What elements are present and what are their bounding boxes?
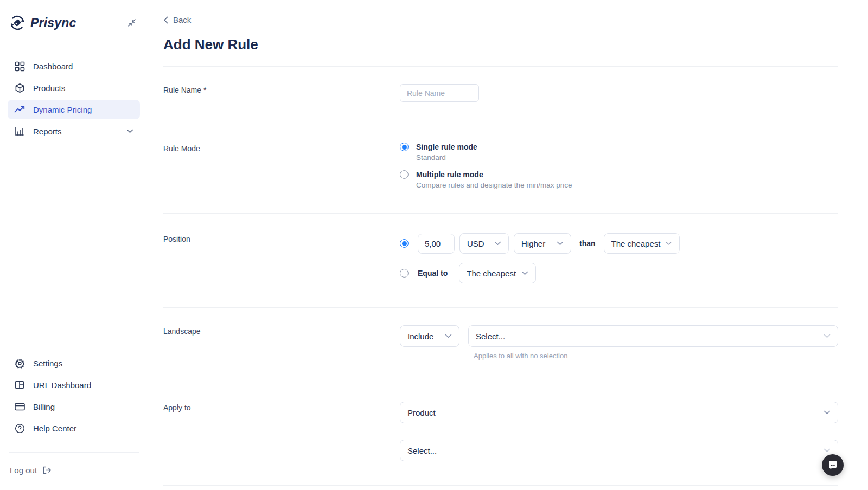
chat-launcher-button[interactable] xyxy=(822,454,844,476)
chevron-down-icon xyxy=(126,129,133,133)
sidebar-item-label: URL Dashboard xyxy=(33,381,91,390)
landscape-label: Landscape xyxy=(163,325,400,360)
position-equal-radio[interactable] xyxy=(400,269,409,278)
landscape-select-value: Select... xyxy=(476,332,505,341)
rule-name-row: Rule Name * xyxy=(163,67,838,125)
direction-value: Higher xyxy=(521,239,545,248)
main-content: Back Add New Rule Rule Name * Rule Mode … xyxy=(148,0,868,490)
page-title: Add New Rule xyxy=(163,36,838,53)
rule-name-label: Rule Name * xyxy=(163,84,400,102)
landscape-mode-value: Include xyxy=(407,332,433,341)
position-amount-input[interactable] xyxy=(418,234,455,254)
rule-mode-label: Rule Mode xyxy=(163,143,400,189)
single-rule-mode-option: Single rule mode Standard xyxy=(400,143,838,162)
sidebar-item-label: Dynamic Pricing xyxy=(33,105,92,114)
than-label: than xyxy=(579,239,596,248)
back-chevron-icon xyxy=(163,16,168,24)
sidebar-item-label: Settings xyxy=(33,359,62,368)
logout-button[interactable]: Log out xyxy=(8,462,140,478)
sidebar-item-label: Billing xyxy=(33,402,55,411)
apply-to-items-value: Select... xyxy=(407,446,437,455)
equal-reference-value: The cheapest xyxy=(467,269,516,278)
cube-icon xyxy=(14,82,25,93)
credit-card-icon xyxy=(14,401,25,412)
sidebar-item-settings[interactable]: Settings xyxy=(8,353,140,373)
landscape-select[interactable]: Select... xyxy=(468,325,838,347)
help-circle-icon xyxy=(14,423,25,434)
option-title: Multiple rule mode xyxy=(416,170,572,179)
brand-name: Prisync xyxy=(30,16,76,30)
position-primary-radio[interactable] xyxy=(400,239,409,248)
sidebar-bottom-nav: Settings URL Dashboard xyxy=(8,353,140,438)
position-row: Position USD Higher than The cheape xyxy=(163,214,838,308)
brand-row: Prisync xyxy=(8,14,140,31)
position-equal-option: Equal to The cheapest xyxy=(400,263,838,283)
sidebar-divider xyxy=(9,452,139,453)
rule-mode-row: Rule Mode Single rule mode Standard Mult… xyxy=(163,125,838,214)
margin-markup-row: Margin/Markup Min level as Cost + TRY xyxy=(163,486,838,490)
reference-select[interactable]: The cheapest xyxy=(604,233,680,254)
option-title: Single rule mode xyxy=(416,143,477,151)
multiple-rule-mode-radio[interactable] xyxy=(400,170,409,179)
bar-chart-icon xyxy=(14,126,25,137)
sidebar-item-label: Products xyxy=(33,83,65,93)
sidebar-item-label: Help Center xyxy=(33,424,76,433)
currency-value: USD xyxy=(467,239,484,248)
app-window: Prisync Dashboard xyxy=(0,0,868,490)
collapse-sidebar-icon[interactable] xyxy=(125,16,139,30)
sidebar-item-url-dashboard[interactable]: URL Dashboard xyxy=(8,375,140,395)
single-rule-mode-radio[interactable] xyxy=(400,143,409,151)
back-label: Back xyxy=(173,15,191,24)
gear-icon xyxy=(14,358,25,369)
logout-icon xyxy=(42,466,52,474)
sidebar-item-help-center[interactable]: Help Center xyxy=(8,418,140,438)
equal-to-label: Equal to xyxy=(418,269,448,278)
landscape-helper-text: Applies to all with no selection xyxy=(474,352,838,360)
apply-to-type-select[interactable]: Product xyxy=(400,402,838,423)
multiple-rule-mode-option: Multiple rule mode Compare rules and des… xyxy=(400,170,838,189)
option-subtitle: Compare rules and designate the min/max … xyxy=(416,181,572,189)
prisync-logo-icon xyxy=(9,14,26,31)
reference-value: The cheapest xyxy=(611,239,661,248)
landscape-row: Landscape Include Select... Applies to a… xyxy=(163,308,838,384)
position-label: Position xyxy=(163,233,400,283)
sidebar-item-dynamic-pricing[interactable]: Dynamic Pricing xyxy=(8,100,140,119)
sidebar-item-products[interactable]: Products xyxy=(8,78,140,98)
sidebar-item-dashboard[interactable]: Dashboard xyxy=(8,56,140,76)
apply-to-row: Apply to Product Select... xyxy=(163,384,838,486)
logout-label: Log out xyxy=(10,466,37,475)
currency-select[interactable]: USD xyxy=(459,233,509,254)
trend-up-icon xyxy=(14,104,25,115)
apply-to-label: Apply to xyxy=(163,402,400,461)
sidebar-item-billing[interactable]: Billing xyxy=(8,397,140,416)
sidebar-item-reports[interactable]: Reports xyxy=(8,121,140,141)
layout-icon xyxy=(14,379,25,390)
option-subtitle: Standard xyxy=(416,153,477,162)
landscape-mode-select[interactable]: Include xyxy=(400,325,459,347)
rule-name-input[interactable] xyxy=(400,84,479,102)
grid-icon xyxy=(14,61,25,72)
sidebar-item-label: Reports xyxy=(33,127,62,136)
position-primary-option: USD Higher than The cheapest xyxy=(400,233,838,254)
brand: Prisync xyxy=(9,14,76,31)
chat-bubble-icon xyxy=(827,460,838,470)
sidebar-item-label: Dashboard xyxy=(33,62,73,71)
apply-to-type-value: Product xyxy=(407,408,436,417)
sidebar-nav: Dashboard Products Dyn xyxy=(8,56,140,141)
sidebar: Prisync Dashboard xyxy=(0,0,148,490)
direction-select[interactable]: Higher xyxy=(514,233,571,254)
back-button[interactable]: Back xyxy=(163,15,191,24)
equal-reference-select[interactable]: The cheapest xyxy=(459,263,536,283)
apply-to-items-select[interactable]: Select... xyxy=(400,440,838,461)
